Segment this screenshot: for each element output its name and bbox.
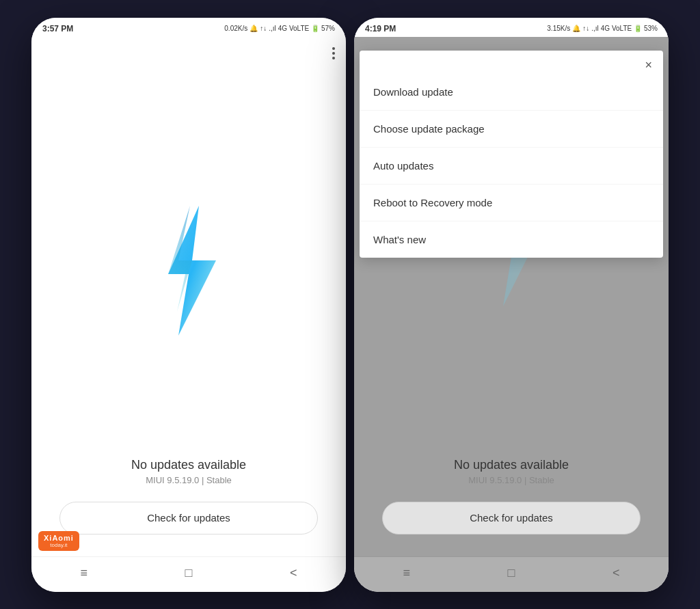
nav-menu-1[interactable]: ≡ xyxy=(70,559,98,586)
menu-item-whats-new[interactable]: What's new xyxy=(360,221,663,258)
lightning-icon xyxy=(148,202,230,339)
battery-2: 🔋 53% xyxy=(634,25,658,32)
status-time-1: 3:57 PM xyxy=(42,24,73,33)
watermark: XiAomi today.it xyxy=(38,531,79,551)
arrow-icons-2: ↑↓ xyxy=(582,25,589,32)
menu-item-download[interactable]: Download update xyxy=(360,74,663,111)
bars-2: .,ıl xyxy=(591,25,599,32)
lightning-container xyxy=(148,83,230,458)
status-bar-1: 3:57 PM 0.02K/s 🔔 ↑↓ .,ıl 4G VoLTE 🔋 57% xyxy=(31,18,346,37)
watermark-sub: today.it xyxy=(50,542,67,548)
bars-1: .,ıl xyxy=(269,25,276,32)
version-label-2: MIUI 9.5.19.0 | Stable xyxy=(454,475,569,485)
menu-item-reboot[interactable]: Reboot to Recovery mode xyxy=(360,185,663,221)
check-btn-text-1: Check for updates xyxy=(147,512,230,524)
arrow-icons-1: ↑↓ xyxy=(260,25,267,32)
nav-bar-1: ≡ □ < xyxy=(31,556,346,592)
check-for-updates-button-1[interactable]: Check for updates xyxy=(59,502,318,534)
check-btn-text-2: Check for updates xyxy=(470,512,553,524)
signal-icons-2: 🔔 xyxy=(572,25,580,32)
phone-2: 4:19 PM 3.15K/s 🔔 ↑↓ .,ıl 4G VoLTE 🔋 53%… xyxy=(354,18,669,592)
menu-item-choose[interactable]: Choose update package xyxy=(360,111,663,148)
dropdown-menu: × Download update Choose update package … xyxy=(360,51,663,258)
battery-1: 🔋 57% xyxy=(311,25,335,32)
4g-1: 4G VoLTE xyxy=(278,25,309,32)
top-section-2: 4:19 PM 3.15K/s 🔔 ↑↓ .,ıl 4G VoLTE 🔋 53%… xyxy=(354,18,669,37)
three-dots-menu[interactable] xyxy=(332,47,335,59)
status-section-2: No updates available MIUI 9.5.19.0 | Sta… xyxy=(454,458,569,485)
status-time-2: 4:19 PM xyxy=(365,24,396,33)
nav-back-2[interactable]: < xyxy=(602,559,630,586)
nav-bar-2: ≡ □ < xyxy=(354,556,669,592)
nav-home-2[interactable]: □ xyxy=(498,559,525,586)
no-updates-label-1: No updates available xyxy=(131,458,246,472)
menu-header: × xyxy=(360,51,663,74)
main-content-1: No updates available MIUI 9.5.19.0 | Sta… xyxy=(31,70,346,556)
watermark-logo: XiAomi xyxy=(44,534,74,542)
network-speed-2: 3.15K/s xyxy=(547,25,570,32)
status-icons-1: 0.02K/s 🔔 ↑↓ .,ıl 4G VoLTE 🔋 57% xyxy=(224,25,335,32)
nav-home-1[interactable]: □ xyxy=(175,559,202,586)
version-label-1: MIUI 9.5.19.0 | Stable xyxy=(131,475,246,485)
status-section-1: No updates available MIUI 9.5.19.0 | Sta… xyxy=(131,458,246,485)
menu-item-auto[interactable]: Auto updates xyxy=(360,148,663,185)
4g-2: 4G VoLTE xyxy=(601,25,632,32)
status-bar-2: 4:19 PM 3.15K/s 🔔 ↑↓ .,ıl 4G VoLTE 🔋 53% xyxy=(354,18,669,37)
nav-menu-2[interactable]: ≡ xyxy=(393,559,420,586)
phone-1: 3:57 PM 0.02K/s 🔔 ↑↓ .,ıl 4G VoLTE 🔋 57% xyxy=(31,18,346,592)
status-icons-2: 3.15K/s 🔔 ↑↓ .,ıl 4G VoLTE 🔋 53% xyxy=(547,25,658,32)
network-speed-1: 0.02K/s xyxy=(224,25,247,32)
close-button[interactable]: × xyxy=(645,59,652,71)
no-updates-label-2: No updates available xyxy=(454,458,569,472)
signal-icons-1: 🔔 xyxy=(250,25,258,32)
check-for-updates-button-2[interactable]: Check for updates xyxy=(382,502,641,534)
top-bar-1 xyxy=(31,37,346,70)
phones-container: 3:57 PM 0.02K/s 🔔 ↑↓ .,ıl 4G VoLTE 🔋 57% xyxy=(0,0,700,609)
nav-back-1[interactable]: < xyxy=(280,559,307,586)
